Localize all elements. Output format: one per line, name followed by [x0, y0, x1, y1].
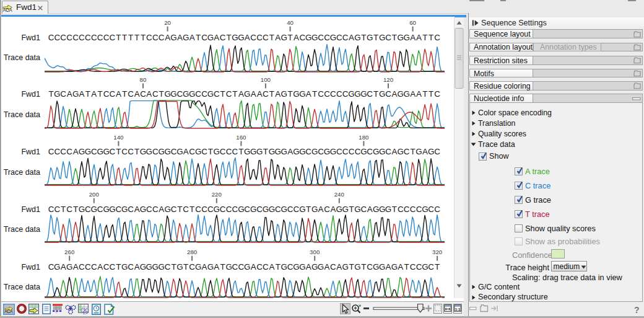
svg-text:320: 320 — [432, 249, 443, 255]
svg-text:Trace data: Trace data — [4, 168, 40, 177]
svg-text:Fwd1: Fwd1 — [21, 148, 40, 156]
svg-text:Fwd1: Fwd1 — [21, 33, 40, 42]
svg-text:1:1: 1:1 — [455, 307, 461, 311]
svg-text:ACA: ACA — [4, 308, 13, 314]
svg-text:140: 140 — [113, 134, 124, 141]
svg-text:Trace data: Trace data — [4, 110, 40, 119]
svg-text:TGCAGATATCCATCACACTGGCGGCCGCTC: TGCAGATATCCATCACACTGGCGGCCGCTCTAGAACTAGT… — [48, 89, 440, 99]
svg-text:280: 280 — [187, 249, 198, 255]
svg-text:Trace data: Trace data — [4, 225, 40, 234]
svg-text:60: 60 — [409, 19, 416, 26]
svg-text:300: 300 — [310, 249, 320, 255]
svg-text:40: 40 — [287, 19, 294, 26]
svg-text:ACA: ACA — [3, 7, 13, 12]
svg-text:200: 200 — [89, 191, 100, 198]
svg-text:Fwd1: Fwd1 — [21, 205, 40, 214]
svg-text:CCCCCCCCCCCTTTTTCCCAGAGATCGACT: CCCCCCCCCCCTTTTTCCCAGAGATCGACTGGACCCTAGT… — [48, 33, 441, 42]
svg-text:180: 180 — [359, 134, 369, 141]
svg-text:80: 80 — [140, 76, 147, 83]
svg-text:CCCCAGGCGGCTCCTGGCGGCGACGCTGCC: CCCCAGGCGGCTCCTGGCGGCGACGCTGCCCTGGGTGGGA… — [48, 147, 441, 156]
svg-text:Fwd1: Fwd1 — [21, 263, 40, 272]
svg-text:20: 20 — [164, 19, 171, 26]
svg-text:CGAGACCCACCTGCAGGGGCTGTCGAGATG: CGAGACCCACCTGCAGGGGCTGTCGAGATGCCGACCATGC… — [48, 262, 440, 272]
svg-text:120: 120 — [383, 76, 394, 83]
svg-text:220: 220 — [212, 191, 222, 198]
svg-text:260: 260 — [64, 249, 75, 255]
svg-text:160: 160 — [236, 134, 246, 141]
svg-text:Fwd1: Fwd1 — [21, 90, 40, 99]
svg-text:CCTCTGCGCGGCGCAGCCAGCTCTCCCGCC: CCTCTGCGCGGCGCAGCCAGCTCTCCCGCCCGCGCGGCGC… — [48, 205, 441, 214]
svg-text:Trace data: Trace data — [4, 283, 40, 291]
svg-text:Trace data: Trace data — [4, 53, 40, 62]
svg-text:240: 240 — [334, 191, 345, 198]
svg-text:100: 100 — [261, 76, 271, 83]
